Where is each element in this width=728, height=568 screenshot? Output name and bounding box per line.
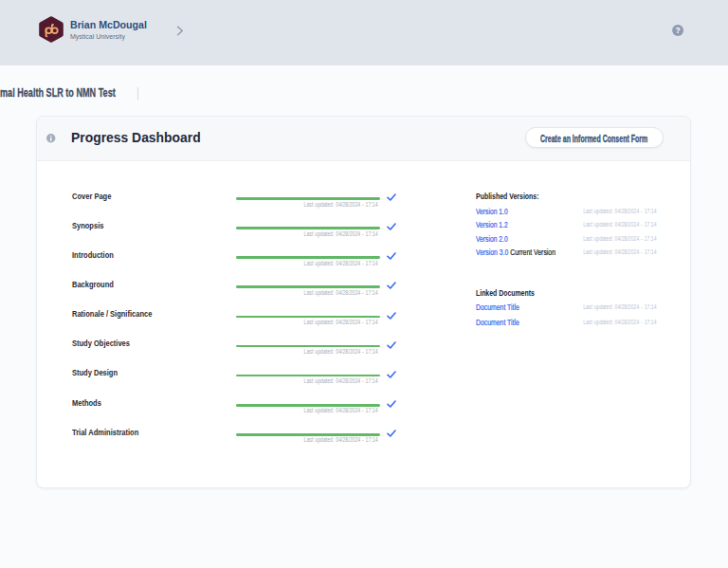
svg-text:?: ?: [675, 26, 680, 35]
